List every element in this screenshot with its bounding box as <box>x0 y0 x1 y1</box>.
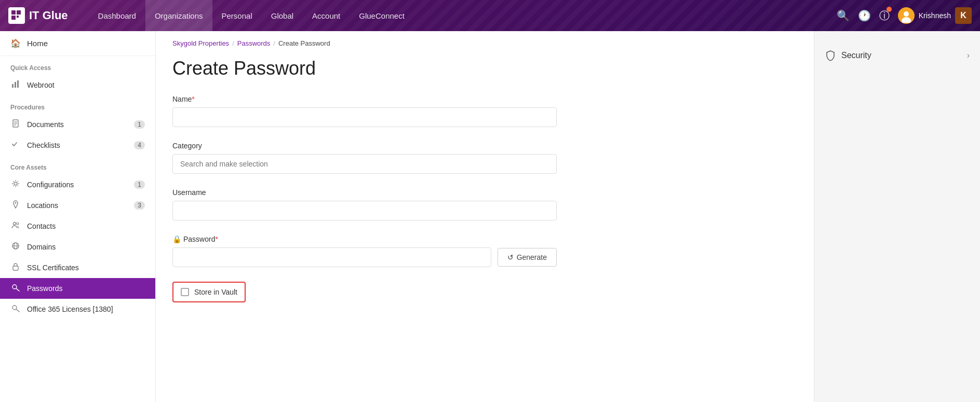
page-title: Create Password <box>156 52 814 95</box>
username-input[interactable] <box>172 201 557 220</box>
history-icon[interactable]: 🕐 <box>858 9 871 22</box>
password-required: * <box>215 235 218 243</box>
name-required: * <box>192 95 194 103</box>
gear-icon <box>10 179 21 190</box>
sidebar-home[interactable]: 🏠 Home <box>0 31 155 56</box>
username-label: Username <box>172 188 797 197</box>
sidebar-item-label: Locations <box>27 201 58 210</box>
help-icon[interactable]: ⓘ <box>879 9 890 23</box>
name-label: Name* <box>172 95 797 103</box>
svg-rect-9 <box>17 80 19 88</box>
svg-rect-8 <box>15 82 16 88</box>
breadcrumb-org[interactable]: Skygold Properties <box>172 39 229 47</box>
category-input[interactable] <box>172 154 557 174</box>
name-field-group: Name* <box>172 95 797 127</box>
svg-point-14 <box>14 182 17 185</box>
sidebar-item-label: Documents <box>27 120 64 129</box>
chart-icon <box>10 80 21 90</box>
contacts-icon <box>10 221 21 231</box>
password-input-wrapper: ↺ Generate <box>172 247 557 267</box>
sidebar-item-label: Office 365 Licenses [1380] <box>27 305 113 313</box>
form-section: Name* Category Username 🔒Password* <box>156 95 814 302</box>
lock-icon <box>10 262 21 273</box>
documents-badge: 1 <box>134 120 145 129</box>
nav-links: Dashboard Organizations Personal Global … <box>89 0 837 31</box>
user-name: Krishnesh <box>919 11 951 20</box>
globe-icon <box>10 242 21 252</box>
nav-global[interactable]: Global <box>262 0 303 31</box>
svg-rect-0 <box>11 10 16 15</box>
password-input[interactable] <box>172 247 491 267</box>
sidebar-item-checklists[interactable]: Checklists 4 <box>0 135 155 156</box>
security-section[interactable]: Security › <box>814 41 980 70</box>
configurations-badge: 1 <box>134 181 145 189</box>
sidebar-item-domains[interactable]: Domains <box>0 237 155 257</box>
logo-icon <box>8 7 25 24</box>
location-icon <box>10 200 21 211</box>
shield-icon <box>825 50 836 61</box>
password-label: 🔒Password* <box>172 235 797 243</box>
svg-point-16 <box>14 223 16 225</box>
nav-dashboard[interactable]: Dashboard <box>89 0 145 31</box>
category-field-group: Category <box>172 142 797 174</box>
sidebar-item-label: Webroot <box>27 81 55 89</box>
sidebar-item-passwords[interactable]: Passwords <box>0 278 155 299</box>
vault-checkbox[interactable] <box>181 288 189 296</box>
sidebar-section-core-assets: Core Assets <box>0 156 155 174</box>
nav-account[interactable]: Account <box>303 0 350 31</box>
locations-badge: 3 <box>134 201 145 210</box>
sidebar-home-label: Home <box>27 39 48 48</box>
chevron-right-icon: › <box>967 51 970 60</box>
svg-point-17 <box>17 223 19 225</box>
search-icon[interactable]: 🔍 <box>837 9 850 22</box>
sidebar-item-label: Passwords <box>27 284 62 293</box>
breadcrumb-section[interactable]: Passwords <box>237 39 271 47</box>
svg-rect-2 <box>11 16 16 20</box>
sidebar-section-quick-access: Quick Access <box>0 56 155 75</box>
svg-point-5 <box>904 11 909 17</box>
breadcrumb-sep2: / <box>273 39 275 47</box>
sidebar-item-ssl-certificates[interactable]: SSL Certificates <box>0 257 155 278</box>
vault-field-group: Store in Vault <box>172 282 797 302</box>
logo-text: IT Glue <box>29 9 68 22</box>
user-initial-badge: K <box>955 7 972 24</box>
vault-label[interactable]: Store in Vault <box>194 288 237 296</box>
nav-organizations[interactable]: Organizations <box>145 0 212 31</box>
notification-badge <box>887 7 892 12</box>
security-title: Security <box>825 50 871 61</box>
key-icon <box>10 283 21 294</box>
sidebar-item-label: Contacts <box>27 222 56 230</box>
sidebar-item-webroot[interactable]: Webroot <box>0 75 155 95</box>
document-icon <box>10 119 21 130</box>
svg-rect-3 <box>17 16 19 18</box>
app-body: 🏠 Home Quick Access Webroot Procedures <box>0 31 980 402</box>
nav-actions: 🔍 🕐 ⓘ Krishnesh K <box>837 7 972 24</box>
home-icon: 🏠 <box>10 38 21 48</box>
sidebar-item-label: Domains <box>27 243 56 251</box>
generate-label: Generate <box>517 253 547 261</box>
svg-rect-7 <box>12 84 14 88</box>
nav-glueconnect[interactable]: GlueConnect <box>350 0 414 31</box>
sidebar-item-configurations[interactable]: Configurations 1 <box>0 174 155 195</box>
generate-button[interactable]: ↺ Generate <box>498 248 557 267</box>
sidebar: 🏠 Home Quick Access Webroot Procedures <box>0 31 156 402</box>
breadcrumb: Skygold Properties / Passwords / Create … <box>156 31 814 52</box>
sidebar-item-documents[interactable]: Documents 1 <box>0 114 155 135</box>
checklist-icon <box>10 140 21 150</box>
refresh-icon: ↺ <box>507 253 514 261</box>
nav-personal[interactable]: Personal <box>212 0 262 31</box>
sidebar-item-locations[interactable]: Locations 3 <box>0 195 155 216</box>
right-panel: Security › <box>814 31 980 402</box>
checklists-badge: 4 <box>134 141 145 149</box>
sidebar-item-office365[interactable]: Office 365 Licenses [1380] <box>0 299 155 320</box>
name-input[interactable] <box>172 107 557 127</box>
app-logo[interactable]: IT Glue <box>8 7 68 24</box>
username-field-group: Username <box>172 188 797 220</box>
vault-section: Store in Vault <box>172 282 246 302</box>
sidebar-item-contacts[interactable]: Contacts <box>0 216 155 237</box>
key2-icon <box>10 304 21 314</box>
sidebar-section-procedures: Procedures <box>0 95 155 114</box>
user-menu[interactable]: Krishnesh K <box>898 7 972 24</box>
password-field-group: 🔒Password* ↺ Generate <box>172 235 797 267</box>
breadcrumb-sep1: / <box>232 39 234 47</box>
